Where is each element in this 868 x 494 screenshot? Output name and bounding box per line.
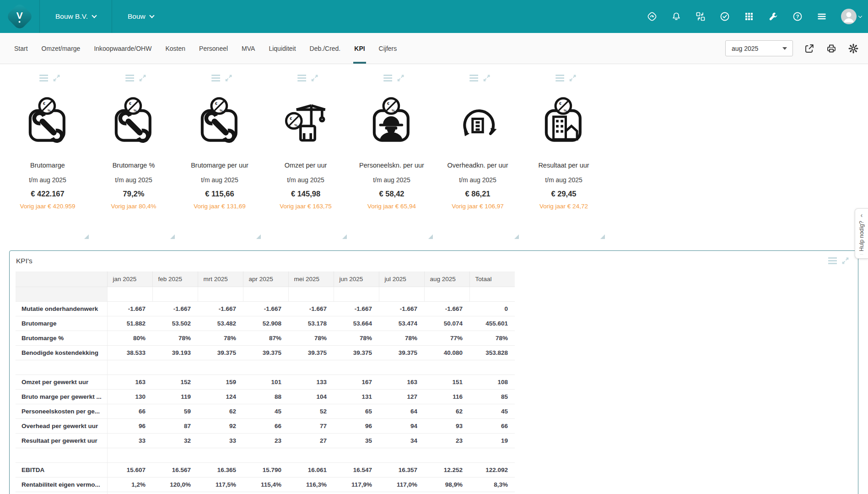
widget-menu-icon[interactable] (383, 74, 392, 82)
widget-expand-icon[interactable] (841, 257, 850, 265)
widget-expand-icon[interactable] (224, 74, 233, 82)
widget-resize-handle[interactable] (600, 234, 605, 239)
tab-kosten[interactable]: Kosten (158, 33, 192, 64)
tab-mva[interactable]: MVA (235, 33, 262, 64)
chevron-down-icon (92, 13, 97, 18)
table-row: Rentabiliteit eigen vermo...1,2%120,0%11… (16, 477, 515, 492)
widget-menu-icon[interactable] (125, 74, 134, 82)
table-cell: 32 (152, 433, 198, 448)
share-icon[interactable] (804, 43, 815, 54)
row-label: Personeelskosten per ge... (16, 404, 107, 418)
table-cell: 93 (424, 418, 469, 433)
kpi-card-previous-year: Vorig jaar € 420.959 (5, 203, 91, 210)
kpi-card: Resultaat per uur t/m aug 2025 € 29,45 V… (521, 64, 607, 242)
table-cell: 78% (288, 331, 334, 345)
table-cell: 34 (379, 433, 424, 448)
widget-menu-icon[interactable] (555, 74, 564, 82)
table-cell: 66 (243, 418, 288, 433)
tab-inkoopwaarde-ohw[interactable]: Inkoopwaarde/OHW (87, 33, 158, 64)
widget-menu-icon[interactable] (39, 74, 48, 82)
widget-expand-icon[interactable] (310, 74, 319, 82)
table-cell: 66 (469, 418, 515, 433)
period-select[interactable]: aug 2025 (725, 40, 793, 56)
widget-menu-icon[interactable] (297, 74, 306, 82)
table-spacer-row (16, 492, 515, 494)
tab-omzet-marge[interactable]: Omzet/marge (35, 33, 87, 64)
wrench-icon[interactable] (768, 11, 779, 22)
widget-expand-icon[interactable] (52, 74, 61, 82)
table-cell: 96 (334, 418, 379, 433)
company-selector[interactable]: Bouw B.V. (40, 0, 112, 33)
widget-resize-handle[interactable] (256, 234, 261, 239)
widget-expand-icon[interactable] (482, 74, 491, 82)
table-cell: 116 (424, 389, 469, 404)
table-cell: 104 (288, 389, 334, 404)
kpi-card: Brutomarge per uur t/m aug 2025 € 115,66… (177, 64, 263, 242)
widget-controls (469, 74, 491, 82)
column-header: jun 2025 (334, 271, 379, 287)
kpi-card-value: € 29,45 (521, 190, 607, 198)
widget-resize-handle[interactable] (84, 234, 89, 239)
check-circle-icon[interactable] (719, 11, 730, 22)
table-row: Omzet per gewerkt uur1631521591011331671… (16, 375, 515, 389)
table-cell: 115,4% (243, 477, 288, 492)
table-cell: 64 (379, 404, 424, 418)
widget-menu-icon[interactable] (211, 74, 220, 82)
widget-menu-icon[interactable] (469, 74, 478, 82)
table-row: Brutomarge %80%78%78%87%78%78%78%77%78% (16, 331, 515, 345)
widget-expand-icon[interactable] (568, 74, 577, 82)
widget-resize-handle[interactable] (428, 234, 433, 239)
kpi-card: Brutomarge % t/m aug 2025 79,2% Vorig ja… (91, 64, 177, 242)
bell-icon[interactable] (671, 11, 682, 22)
user-menu[interactable] (841, 8, 862, 25)
cycle-icon (452, 95, 503, 147)
settings-gear-icon[interactable] (848, 43, 859, 54)
dashboard-page: V Bouw B.V. Bouw (0, 0, 868, 494)
table-cell: 163 (379, 375, 424, 389)
help-tab[interactable]: ‹ Hulp nodig? ... (855, 208, 868, 259)
kpi-icon (22, 95, 73, 147)
widget-resize-handle[interactable] (342, 234, 347, 239)
app-logo[interactable]: V (0, 0, 39, 33)
table-title: KPI's (16, 257, 32, 265)
row-label: Rentabiliteit eigen vermo... (16, 477, 107, 492)
switch-admin-icon[interactable] (695, 11, 706, 22)
widget-expand-icon[interactable] (138, 74, 147, 82)
kpi-card-value: 79,2% (91, 190, 177, 198)
table-cell: -1.667 (107, 301, 152, 316)
print-icon[interactable] (826, 43, 837, 54)
table-spacer-row (16, 287, 515, 301)
table-cell: 455.601 (469, 316, 515, 331)
column-header: Totaal (469, 271, 515, 287)
table-cell: 117,5% (198, 477, 243, 492)
table-cell: 53.178 (288, 316, 334, 331)
widget-resize-handle[interactable] (514, 234, 519, 239)
tab-start[interactable]: Start (7, 33, 35, 64)
table-cell: -1.667 (288, 301, 334, 316)
table-cell: 131 (334, 389, 379, 404)
table-cell: 122.092 (469, 462, 515, 477)
tab-deb-cred-[interactable]: Deb./Cred. (303, 33, 348, 64)
table-cell: -1.667 (424, 301, 469, 316)
row-label: Omzet per gewerkt uur (16, 375, 107, 389)
table-cell: 39.375 (243, 345, 288, 360)
row-label: Bruto marge per gewerkt ... (16, 389, 107, 404)
apps-grid-icon[interactable] (744, 11, 755, 22)
tab-liquiditeit[interactable]: Liquiditeit (262, 33, 302, 64)
menu-icon[interactable] (816, 11, 827, 22)
table-cell: 39.193 (152, 345, 198, 360)
tab-personeel[interactable]: Personeel (192, 33, 235, 64)
widget-menu-icon[interactable] (828, 257, 837, 265)
dashboard-selector[interactable]: Bouw (112, 0, 169, 33)
widget-controls (211, 74, 233, 82)
widget-resize-handle[interactable] (170, 234, 175, 239)
wrench-icon (108, 95, 159, 147)
tab-cijfers[interactable]: Cijfers (372, 33, 404, 64)
table-cell: 119 (152, 389, 198, 404)
widget-expand-icon[interactable] (396, 74, 405, 82)
help-icon[interactable]: ? (792, 11, 803, 22)
table-cell: 78% (469, 331, 515, 345)
table-cell: 78% (379, 331, 424, 345)
tab-kpi[interactable]: KPI (347, 33, 372, 64)
gauge-icon[interactable] (647, 11, 658, 22)
